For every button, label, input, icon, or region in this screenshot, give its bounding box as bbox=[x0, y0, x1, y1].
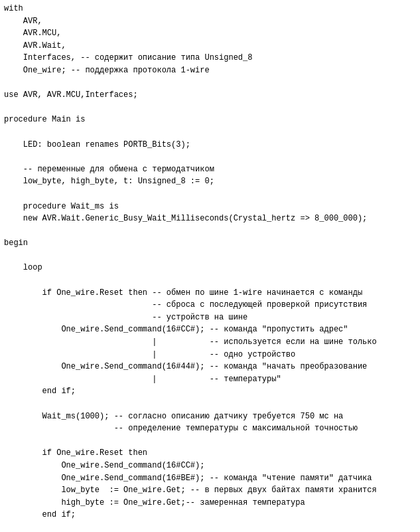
code-line-24: if One_wire.Reset then -- обмен по шине … bbox=[4, 288, 362, 298]
code-line-32: end if; bbox=[4, 387, 76, 396]
code-line-27: One_wire.Send_command(16#CC#); -- команд… bbox=[4, 325, 348, 334]
code-line-22: loop bbox=[4, 263, 42, 272]
code-line-2: AVR, bbox=[4, 17, 42, 26]
code-line-30: One_wire.Send_command(16#44#); -- команд… bbox=[4, 362, 367, 371]
code-line-31: | -- температуры" bbox=[4, 375, 281, 384]
code-line-8: use AVR, AVR.MCU,Interfaces; bbox=[4, 90, 138, 100]
code-line-5: Interfaces, -- содержит описание типа Un… bbox=[4, 53, 252, 62]
code-line-17: procedure Wait_ms is bbox=[4, 202, 119, 211]
code-line-25: -- сброса с последующей проверкой присут… bbox=[4, 300, 367, 310]
code-line-40: low_byte := One_wire.Get; -- в первых дв… bbox=[4, 486, 377, 495]
code-line-14: -- переменные для обмена с термодатчиком bbox=[4, 165, 214, 174]
code-line-29: | -- одно устройство bbox=[4, 350, 295, 359]
code-line-38: One_wire.Send_command(16#CC#); bbox=[4, 461, 204, 470]
code-line-12: LED: boolean renames PORTB_Bits(3); bbox=[4, 140, 190, 149]
code-line-10: procedure Main is bbox=[4, 115, 85, 124]
code-line-26: -- устройств на шине bbox=[4, 313, 247, 322]
code-line-28: | -- используется если на шине только bbox=[4, 337, 377, 347]
code-line-20: begin bbox=[4, 238, 28, 248]
code-line-35: -- определение температуры с максимально… bbox=[4, 424, 358, 433]
code-display: with AVR, AVR.MCU, AVR.Wait, Interfaces,… bbox=[4, 3, 416, 532]
code-line-34: Wait_ms(1000); -- согласно описанию датч… bbox=[4, 412, 343, 421]
code-line-18: new AVR.Wait.Generic_Busy_Wait_Milliseco… bbox=[4, 214, 367, 223]
code-line-1: with bbox=[4, 4, 23, 13]
code-line-37: if One_wire.Reset then bbox=[4, 448, 147, 458]
code-line-41: high_byte := One_wire.Get;-- замеренная … bbox=[4, 498, 305, 507]
code-line-42: end if; bbox=[4, 510, 76, 519]
code-line-3: AVR.MCU, bbox=[4, 29, 61, 38]
code-line-15: low_byte, high_byte, t: Unsigned_8 := 0; bbox=[4, 177, 214, 186]
code-line-39: One_wire.Send_command(16#BE#); -- команд… bbox=[4, 474, 372, 483]
code-line-6: One_wire; -- поддержка протокола 1-wire bbox=[4, 66, 210, 75]
code-line-4: AVR.Wait, bbox=[4, 41, 66, 50]
